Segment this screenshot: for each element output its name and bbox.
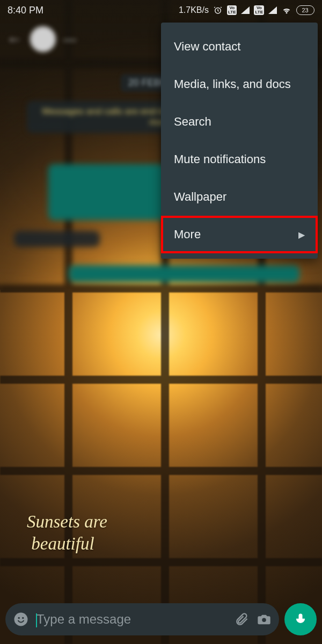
- chevron-right-icon: ▶: [298, 230, 305, 240]
- message-incoming[interactable]: [48, 164, 166, 220]
- message-input[interactable]: Type a message: [5, 603, 279, 635]
- status-netspeed: 1.7KB/s: [179, 5, 209, 15]
- svg-point-3: [22, 617, 24, 619]
- menu-media-links-docs[interactable]: Media, links, and docs: [161, 65, 318, 103]
- message-outgoing[interactable]: [14, 231, 100, 247]
- menu-item-label: Media, links, and docs: [174, 77, 291, 91]
- menu-item-label: View contact: [174, 40, 240, 54]
- signal-icon-2: [268, 6, 277, 14]
- menu-item-label: Wallpaper: [174, 190, 226, 204]
- alarm-icon: [213, 5, 223, 15]
- svg-point-4: [262, 618, 266, 621]
- menu-search[interactable]: Search: [161, 103, 318, 141]
- status-time: 8:40 PM: [8, 5, 179, 16]
- signal-icon-1: [241, 6, 250, 14]
- menu-wallpaper[interactable]: Wallpaper: [161, 178, 318, 216]
- menu-item-label: Search: [174, 115, 211, 129]
- overflow-menu: View contact Media, links, and docs Sear…: [161, 23, 318, 259]
- camera-icon[interactable]: [257, 612, 272, 627]
- phone-screen: Sunsets are beautiful 8:40 PM 1.7KB/s Vo…: [0, 0, 322, 644]
- contact-name[interactable]: —: [63, 32, 76, 47]
- back-icon[interactable]: ←: [6, 30, 23, 48]
- svg-point-2: [18, 617, 20, 619]
- status-bar: 8:40 PM 1.7KB/s VoLTE VoLTE 23: [0, 0, 322, 20]
- menu-item-label: Mute notifications: [174, 152, 266, 166]
- menu-more[interactable]: More ▶: [161, 216, 318, 253]
- emoji-icon[interactable]: [13, 611, 29, 627]
- attach-icon[interactable]: [234, 612, 249, 627]
- battery-icon: 23: [296, 5, 314, 15]
- svg-point-1: [14, 613, 28, 626]
- menu-item-label: More: [174, 228, 201, 241]
- message-input-row: Type a message: [5, 602, 317, 636]
- message-incoming[interactable]: [69, 265, 299, 282]
- voice-message-button[interactable]: [284, 603, 317, 635]
- message-placeholder: Type a message: [36, 612, 226, 627]
- wifi-icon: [281, 6, 292, 14]
- menu-view-contact[interactable]: View contact: [161, 28, 318, 65]
- mic-icon: [293, 612, 308, 627]
- text-cursor: [36, 613, 37, 627]
- wallpaper-caption: Sunsets are beautiful: [27, 511, 107, 555]
- volte-badge-2: VoLTE: [254, 5, 264, 15]
- avatar[interactable]: [30, 26, 56, 52]
- menu-mute-notifications[interactable]: Mute notifications: [161, 141, 318, 178]
- volte-badge-1: VoLTE: [227, 5, 237, 15]
